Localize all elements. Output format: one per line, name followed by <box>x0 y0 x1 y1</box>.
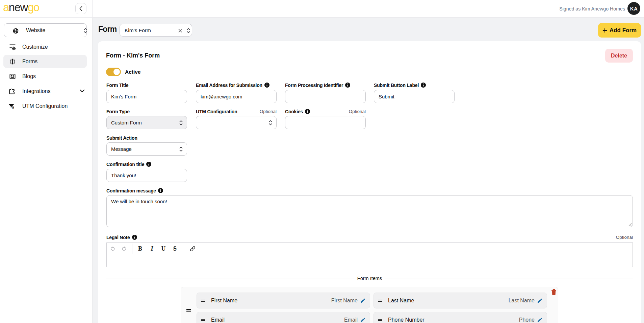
svg-text:$: $ <box>12 107 14 109</box>
